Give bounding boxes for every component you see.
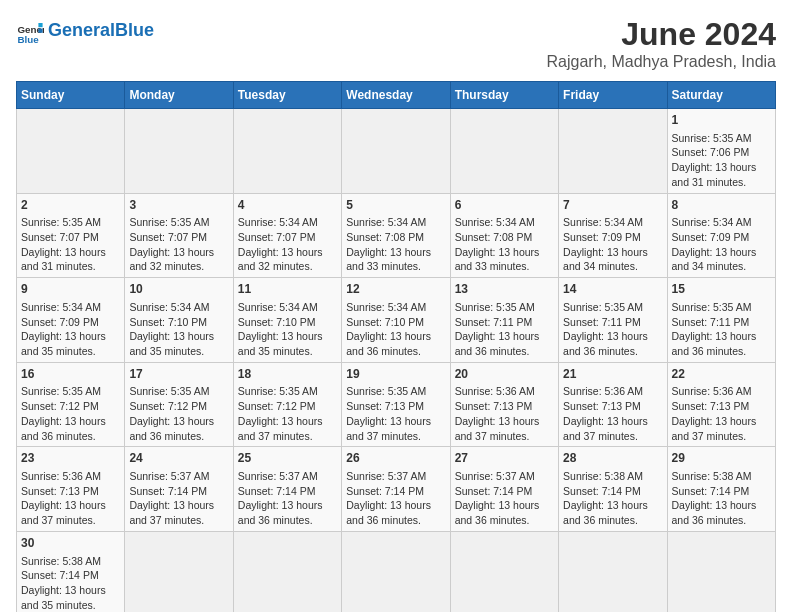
day-number: 25	[238, 450, 337, 467]
day-number: 12	[346, 281, 445, 298]
calendar-cell: 6Sunrise: 5:34 AM Sunset: 7:08 PM Daylig…	[450, 193, 558, 278]
calendar-cell	[342, 109, 450, 194]
calendar-cell	[125, 531, 233, 612]
calendar-cell: 13Sunrise: 5:35 AM Sunset: 7:11 PM Dayli…	[450, 278, 558, 363]
calendar-cell: 18Sunrise: 5:35 AM Sunset: 7:12 PM Dayli…	[233, 362, 341, 447]
day-number: 18	[238, 366, 337, 383]
header: General Blue GeneralBlue June 2024 Rajga…	[16, 16, 776, 71]
calendar-cell: 4Sunrise: 5:34 AM Sunset: 7:07 PM Daylig…	[233, 193, 341, 278]
day-number: 7	[563, 197, 662, 214]
weekday-header-wednesday: Wednesday	[342, 82, 450, 109]
weekday-header-sunday: Sunday	[17, 82, 125, 109]
day-info: Sunrise: 5:35 AM Sunset: 7:07 PM Dayligh…	[129, 215, 228, 274]
weekday-header-monday: Monday	[125, 82, 233, 109]
calendar-cell: 26Sunrise: 5:37 AM Sunset: 7:14 PM Dayli…	[342, 447, 450, 532]
day-number: 4	[238, 197, 337, 214]
calendar-cell: 14Sunrise: 5:35 AM Sunset: 7:11 PM Dayli…	[559, 278, 667, 363]
weekday-header-friday: Friday	[559, 82, 667, 109]
weekday-header-thursday: Thursday	[450, 82, 558, 109]
calendar-cell: 8Sunrise: 5:34 AM Sunset: 7:09 PM Daylig…	[667, 193, 775, 278]
calendar-cell: 3Sunrise: 5:35 AM Sunset: 7:07 PM Daylig…	[125, 193, 233, 278]
day-number: 16	[21, 366, 120, 383]
day-number: 28	[563, 450, 662, 467]
day-number: 20	[455, 366, 554, 383]
day-info: Sunrise: 5:35 AM Sunset: 7:12 PM Dayligh…	[129, 384, 228, 443]
day-number: 9	[21, 281, 120, 298]
calendar-week-row: 1Sunrise: 5:35 AM Sunset: 7:06 PM Daylig…	[17, 109, 776, 194]
calendar-cell: 2Sunrise: 5:35 AM Sunset: 7:07 PM Daylig…	[17, 193, 125, 278]
day-info: Sunrise: 5:36 AM Sunset: 7:13 PM Dayligh…	[672, 384, 771, 443]
day-info: Sunrise: 5:34 AM Sunset: 7:08 PM Dayligh…	[455, 215, 554, 274]
svg-marker-2	[38, 23, 42, 27]
logo-icon: General Blue	[16, 16, 44, 44]
weekday-header-saturday: Saturday	[667, 82, 775, 109]
calendar-cell	[17, 109, 125, 194]
svg-text:Blue: Blue	[17, 34, 39, 44]
day-number: 22	[672, 366, 771, 383]
calendar-cell	[667, 531, 775, 612]
day-number: 19	[346, 366, 445, 383]
calendar-cell: 23Sunrise: 5:36 AM Sunset: 7:13 PM Dayli…	[17, 447, 125, 532]
calendar-cell	[559, 109, 667, 194]
day-info: Sunrise: 5:34 AM Sunset: 7:09 PM Dayligh…	[672, 215, 771, 274]
day-info: Sunrise: 5:36 AM Sunset: 7:13 PM Dayligh…	[455, 384, 554, 443]
calendar-cell: 7Sunrise: 5:34 AM Sunset: 7:09 PM Daylig…	[559, 193, 667, 278]
calendar-cell: 21Sunrise: 5:36 AM Sunset: 7:13 PM Dayli…	[559, 362, 667, 447]
calendar-table: SundayMondayTuesdayWednesdayThursdayFrid…	[16, 81, 776, 612]
weekday-header-row: SundayMondayTuesdayWednesdayThursdayFrid…	[17, 82, 776, 109]
calendar-cell	[233, 531, 341, 612]
calendar-cell	[342, 531, 450, 612]
calendar-cell: 16Sunrise: 5:35 AM Sunset: 7:12 PM Dayli…	[17, 362, 125, 447]
day-number: 3	[129, 197, 228, 214]
day-info: Sunrise: 5:35 AM Sunset: 7:11 PM Dayligh…	[672, 300, 771, 359]
calendar-cell: 27Sunrise: 5:37 AM Sunset: 7:14 PM Dayli…	[450, 447, 558, 532]
calendar-cell: 19Sunrise: 5:35 AM Sunset: 7:13 PM Dayli…	[342, 362, 450, 447]
day-number: 13	[455, 281, 554, 298]
day-info: Sunrise: 5:35 AM Sunset: 7:13 PM Dayligh…	[346, 384, 445, 443]
calendar-cell: 25Sunrise: 5:37 AM Sunset: 7:14 PM Dayli…	[233, 447, 341, 532]
day-info: Sunrise: 5:38 AM Sunset: 7:14 PM Dayligh…	[563, 469, 662, 528]
day-info: Sunrise: 5:34 AM Sunset: 7:09 PM Dayligh…	[563, 215, 662, 274]
logo: General Blue GeneralBlue	[16, 16, 154, 44]
calendar-cell	[233, 109, 341, 194]
day-number: 14	[563, 281, 662, 298]
calendar-cell: 30Sunrise: 5:38 AM Sunset: 7:14 PM Dayli…	[17, 531, 125, 612]
day-number: 27	[455, 450, 554, 467]
day-info: Sunrise: 5:38 AM Sunset: 7:14 PM Dayligh…	[672, 469, 771, 528]
calendar-cell	[450, 109, 558, 194]
calendar-cell: 5Sunrise: 5:34 AM Sunset: 7:08 PM Daylig…	[342, 193, 450, 278]
calendar-week-row: 9Sunrise: 5:34 AM Sunset: 7:09 PM Daylig…	[17, 278, 776, 363]
day-info: Sunrise: 5:36 AM Sunset: 7:13 PM Dayligh…	[563, 384, 662, 443]
calendar-week-row: 2Sunrise: 5:35 AM Sunset: 7:07 PM Daylig…	[17, 193, 776, 278]
calendar-week-row: 23Sunrise: 5:36 AM Sunset: 7:13 PM Dayli…	[17, 447, 776, 532]
calendar-cell: 28Sunrise: 5:38 AM Sunset: 7:14 PM Dayli…	[559, 447, 667, 532]
calendar-cell: 29Sunrise: 5:38 AM Sunset: 7:14 PM Dayli…	[667, 447, 775, 532]
calendar-cell: 24Sunrise: 5:37 AM Sunset: 7:14 PM Dayli…	[125, 447, 233, 532]
day-number: 17	[129, 366, 228, 383]
day-info: Sunrise: 5:34 AM Sunset: 7:07 PM Dayligh…	[238, 215, 337, 274]
calendar-cell: 12Sunrise: 5:34 AM Sunset: 7:10 PM Dayli…	[342, 278, 450, 363]
weekday-header-tuesday: Tuesday	[233, 82, 341, 109]
day-number: 29	[672, 450, 771, 467]
day-number: 2	[21, 197, 120, 214]
day-info: Sunrise: 5:37 AM Sunset: 7:14 PM Dayligh…	[455, 469, 554, 528]
day-number: 23	[21, 450, 120, 467]
calendar-cell	[559, 531, 667, 612]
day-info: Sunrise: 5:35 AM Sunset: 7:06 PM Dayligh…	[672, 131, 771, 190]
calendar-cell: 22Sunrise: 5:36 AM Sunset: 7:13 PM Dayli…	[667, 362, 775, 447]
calendar-title-block: June 2024 Rajgarh, Madhya Pradesh, India	[547, 16, 776, 71]
calendar-cell: 11Sunrise: 5:34 AM Sunset: 7:10 PM Dayli…	[233, 278, 341, 363]
day-number: 8	[672, 197, 771, 214]
calendar-cell: 15Sunrise: 5:35 AM Sunset: 7:11 PM Dayli…	[667, 278, 775, 363]
calendar-title: June 2024	[547, 16, 776, 53]
day-number: 11	[238, 281, 337, 298]
day-info: Sunrise: 5:34 AM Sunset: 7:10 PM Dayligh…	[238, 300, 337, 359]
logo-wordmark: GeneralBlue	[48, 21, 154, 39]
calendar-header: SundayMondayTuesdayWednesdayThursdayFrid…	[17, 82, 776, 109]
day-number: 6	[455, 197, 554, 214]
day-number: 10	[129, 281, 228, 298]
calendar-cell: 20Sunrise: 5:36 AM Sunset: 7:13 PM Dayli…	[450, 362, 558, 447]
day-info: Sunrise: 5:37 AM Sunset: 7:14 PM Dayligh…	[129, 469, 228, 528]
day-number: 24	[129, 450, 228, 467]
calendar-cell: 9Sunrise: 5:34 AM Sunset: 7:09 PM Daylig…	[17, 278, 125, 363]
